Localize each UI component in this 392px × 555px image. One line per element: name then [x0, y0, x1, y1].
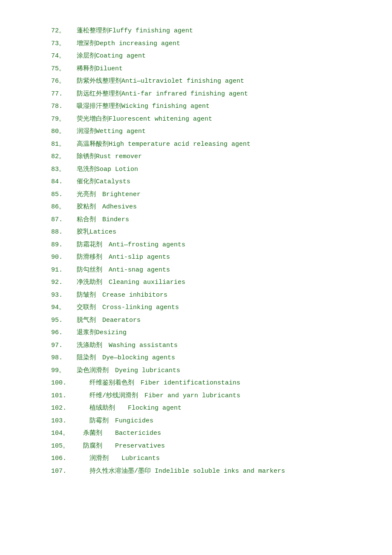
list-item: 97.洗涤助剂 Washing assistants [51, 340, 358, 351]
list-item: 86。 胶粘剂 Adhesives [51, 202, 358, 213]
item-number: 90. [51, 252, 77, 263]
item-number: 87. [51, 214, 77, 225]
item-text: 增深剂Depth increasing agent [77, 38, 180, 49]
item-text: 交联剂 Cross-linking agents [77, 302, 179, 313]
item-text: 蓬松整理剂Fluffy finishing agent [77, 26, 193, 37]
item-text: 防勾丝剂 Anti-snag agents [77, 265, 170, 276]
list-item: 81。 高温释酸剂High temperature acid releasing… [51, 139, 358, 150]
list-item: 95.脱气剂 Deaerators [51, 315, 358, 326]
item-text: 阻染剂 Dye—blocking agents [77, 353, 175, 364]
item-text: 纤维鉴别着色剂 Fiber identificationstains [77, 378, 240, 389]
list-item: 102. 植绒助剂 Flocking agent [51, 403, 358, 414]
list-item: 98.阻染剂 Dye—blocking agents [51, 353, 358, 364]
item-number: 82。 [51, 151, 77, 162]
item-text: 持久性水溶油墨/墨印 Indelible soluble inks and ma… [77, 466, 285, 477]
list-item: 99。 染色润滑剂 Dyeing lubricants [51, 365, 358, 376]
item-text: 防霉剂 Fungicides [77, 416, 153, 427]
item-number: 85. [51, 189, 77, 200]
item-number: 72。 [51, 26, 77, 37]
item-text: 防远红外整理剂Anti-far infrared finishing agent [77, 89, 248, 100]
list-item: 90.防滑移剂 Anti-slip agents [51, 252, 358, 263]
list-item: 88.胶乳Latices [51, 227, 358, 238]
list-item: 82。 除锈剂Rust remover [51, 151, 358, 162]
item-number: 79。 [51, 114, 77, 125]
item-text: 荧光增白剂Fluorescent whitening agent [77, 114, 212, 125]
item-number: 83。 [51, 164, 77, 175]
item-text: 稀释剂Diluent [77, 64, 123, 75]
list-item: 78.吸湿排汗整理剂Wicking finishing agent [51, 101, 358, 112]
list-item: 80。 润湿剂Wetting agent [51, 126, 358, 137]
item-text: 植绒助剂 Flocking agent [77, 403, 182, 414]
list-item: 73。增深剂Depth increasing agent [51, 38, 358, 49]
item-text: 杀菌剂 Bactericides [77, 428, 161, 439]
list-item: 92.净洗助剂 Cleaning auxiliaries [51, 277, 358, 288]
main-list: 72。蓬松整理剂Fluffy finishing agent73。增深剂Dept… [51, 26, 358, 477]
item-number: 98. [51, 353, 77, 364]
item-number: 73。 [51, 38, 77, 49]
item-text: 皂洗剂Soap Lotion [77, 164, 138, 175]
list-item: 107. 持久性水溶油墨/墨印 Indelible soluble inks a… [51, 466, 358, 477]
item-text: 洗涤助剂 Washing assistants [77, 340, 178, 351]
list-item: 103. 防霉剂 Fungicides [51, 416, 358, 427]
list-item: 75。稀释剂Diluent [51, 64, 358, 75]
list-item: 79。 荧光增白剂Fluorescent whitening agent [51, 114, 358, 125]
item-text: 防皱剂 Crease inhibitors [77, 290, 167, 301]
item-text: 退浆剂Desizing [77, 327, 127, 338]
item-text: 高温释酸剂High temperature acid releasing age… [77, 139, 251, 150]
item-number: 77. [51, 89, 77, 100]
list-item: 84.催化剂Catalysts [51, 176, 358, 188]
item-number: 78. [51, 101, 77, 112]
item-number: 88. [51, 227, 77, 238]
list-item: 106. 润滑剂 Lubricants [51, 453, 358, 464]
item-number: 100. [51, 378, 77, 389]
list-item: 94。 交联剂 Cross-linking agents [51, 302, 358, 313]
item-text: 润滑剂 Lubricants [77, 453, 160, 464]
list-item: 105。 防腐剂 Preservatives [51, 441, 358, 452]
item-text: 防腐剂 Preservatives [77, 441, 165, 452]
list-item: 87.粘合剂 Binders [51, 214, 358, 225]
item-number: 76。 [51, 76, 77, 87]
item-text: 催化剂Catalysts [77, 176, 130, 188]
item-text: 光亮剂 Brightener [77, 189, 141, 200]
item-text: 粘合剂 Binders [77, 214, 129, 225]
item-number: 81。 [51, 139, 77, 150]
list-item: 72。蓬松整理剂Fluffy finishing agent [51, 26, 358, 37]
item-text: 防霜花剂 Anti—frosting agents [77, 240, 185, 251]
item-text: 胶粘剂 Adhesives [77, 202, 137, 213]
item-number: 93. [51, 290, 77, 301]
list-item: 76。 防紫外线整理剂Anti—ultraviolet finishing ag… [51, 76, 358, 87]
item-number: 107. [51, 466, 77, 477]
list-item: 93.防皱剂 Crease inhibitors [51, 290, 358, 301]
item-text: 润湿剂Wetting agent [77, 126, 146, 137]
item-number: 103. [51, 416, 77, 427]
item-text: 胶乳Latices [77, 227, 116, 238]
item-text: 脱气剂 Deaerators [77, 315, 141, 326]
item-text: 吸湿排汗整理剂Wicking finishing agent [77, 101, 210, 112]
item-number: 92. [51, 277, 77, 288]
item-number: 106. [51, 453, 77, 464]
item-text: 纤维/纱线润滑剂 Fiber and yarn lubricants [77, 390, 240, 402]
item-number: 95. [51, 315, 77, 326]
list-item: 89.防霜花剂 Anti—frosting agents [51, 240, 358, 251]
item-number: 94。 [51, 302, 77, 313]
item-number: 74。 [51, 51, 77, 62]
item-number: 104。 [51, 428, 77, 439]
item-number: 86。 [51, 202, 77, 213]
item-number: 97. [51, 340, 77, 351]
item-number: 80。 [51, 126, 77, 137]
item-number: 89. [51, 240, 77, 251]
list-item: 77.防远红外整理剂Anti-far infrared finishing ag… [51, 89, 358, 100]
list-item: 96.退浆剂Desizing [51, 327, 358, 338]
item-number: 84. [51, 176, 77, 188]
item-number: 99。 [51, 365, 77, 376]
item-text: 除锈剂Rust remover [77, 151, 142, 162]
item-text: 防紫外线整理剂Anti—ultraviolet finishing agent [77, 76, 244, 87]
list-item: 91.防勾丝剂 Anti-snag agents [51, 265, 358, 276]
item-text: 染色润滑剂 Dyeing lubricants [77, 365, 180, 376]
item-text: 涂层剂Coating agent [77, 51, 146, 62]
item-number: 96. [51, 327, 77, 338]
item-number: 75。 [51, 64, 77, 75]
list-item: 74。涂层剂Coating agent [51, 51, 358, 62]
list-item: 85.光亮剂 Brightener [51, 189, 358, 200]
list-item: 104。 杀菌剂 Bactericides [51, 428, 358, 439]
